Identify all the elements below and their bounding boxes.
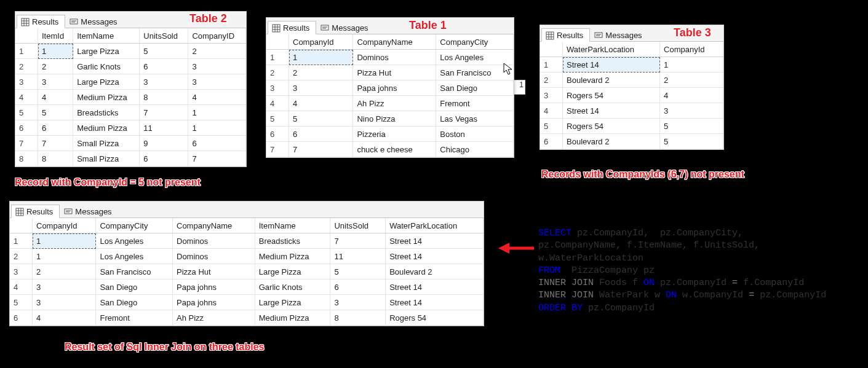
column-header[interactable]: CompanyName	[353, 34, 436, 50]
column-header[interactable]	[10, 218, 33, 233]
cell[interactable]: 6	[140, 59, 188, 74]
cell[interactable]: 1	[540, 57, 563, 72]
cell[interactable]: 6	[540, 134, 563, 149]
table3-grid[interactable]: WaterParkLocationCompanyId 1Street 1412B…	[540, 42, 723, 149]
column-header[interactable]: CompanyId	[660, 42, 723, 57]
cell[interactable]: 7	[266, 142, 289, 157]
column-header[interactable]: CompanyCity	[436, 34, 514, 50]
tab-messages[interactable]: Messages	[316, 21, 375, 34]
table-row[interactable]: 43San DiegoPapa johnsGarlic Knots6Street…	[10, 280, 484, 295]
table-row[interactable]: 5Rogers 545	[540, 119, 723, 134]
cell[interactable]: Street 14	[386, 295, 484, 310]
cell[interactable]: Fremont	[436, 96, 514, 111]
cell[interactable]: 8	[15, 151, 38, 166]
cell[interactable]: 1	[10, 233, 33, 249]
cell[interactable]: 2	[33, 264, 96, 280]
table-row[interactable]: 55Breadsticks71	[15, 105, 246, 120]
cell[interactable]: 7	[15, 136, 38, 151]
cell[interactable]: Papa johns	[353, 80, 436, 96]
cell[interactable]: 7	[140, 105, 188, 120]
table-row[interactable]: 88Small Pizza67	[15, 151, 246, 166]
cell[interactable]: 2	[10, 249, 33, 264]
tab-results[interactable]: Results	[541, 28, 590, 42]
cell[interactable]: 4	[15, 90, 38, 105]
cell[interactable]: Street 14	[563, 103, 660, 119]
cell[interactable]: 2	[660, 72, 723, 88]
table-row[interactable]: 33Large Pizza33	[15, 74, 246, 90]
cell[interactable]: 4	[540, 103, 563, 119]
cell[interactable]: Pizzeria	[353, 127, 436, 142]
table-row[interactable]: 53San DiegoPapa johnsLarge Pizza3Street …	[10, 295, 484, 310]
cell[interactable]: 5	[38, 105, 73, 120]
table-row[interactable]: 11Large Pizza52	[15, 44, 246, 59]
cell[interactable]: 6	[15, 120, 38, 136]
table-row[interactable]: 11Los AngelesDominosBreadsticks7Street 1…	[10, 233, 484, 249]
cell[interactable]: Street 14	[386, 249, 484, 264]
table-row[interactable]: 33Papa johnsSan Diego	[266, 80, 514, 96]
cell[interactable]: 8	[140, 90, 188, 105]
cell[interactable]: Los Angeles	[436, 50, 514, 65]
cell[interactable]: 5	[289, 111, 353, 127]
cell[interactable]: 6	[10, 310, 33, 326]
cell[interactable]: San Francisco	[436, 65, 514, 80]
table-row[interactable]: 22Garlic Knots63	[15, 59, 246, 74]
cell[interactable]: 5	[266, 111, 289, 127]
cell[interactable]: 4	[289, 96, 353, 111]
cell[interactable]: 6	[289, 127, 353, 142]
table-row[interactable]: 11DominosLos Angeles	[266, 50, 514, 65]
cell[interactable]: Garlic Knots	[255, 280, 330, 295]
table-row[interactable]: 77Small Pizza96	[15, 136, 246, 151]
table-row[interactable]: 66PizzeriaBoston	[266, 127, 514, 142]
cell[interactable]: 1	[188, 105, 246, 120]
table1-grid[interactable]: CompanyIdCompanyNameCompanyCity 11Domino…	[266, 34, 514, 157]
table-row[interactable]: 4Street 143	[540, 103, 723, 119]
tab-results[interactable]: Results	[268, 21, 316, 34]
cell[interactable]: 9	[140, 136, 188, 151]
cell[interactable]: Boston	[436, 127, 514, 142]
cell[interactable]: 1	[289, 50, 353, 65]
column-header[interactable]: UnitsSold	[330, 218, 386, 233]
cell[interactable]: Boulevard 2	[386, 264, 484, 280]
cell[interactable]: chuck e cheese	[353, 142, 436, 157]
table-row[interactable]: 64FremontAh PizzMedium Pizza8Rogers 54	[10, 310, 484, 326]
table-row[interactable]: 1Street 141	[540, 57, 723, 72]
cell[interactable]: 1	[33, 233, 96, 249]
cell[interactable]: 1	[188, 120, 246, 136]
cell[interactable]: 4	[33, 310, 96, 326]
cell[interactable]: 3	[188, 74, 246, 90]
cell[interactable]: Ah Pizz	[173, 310, 255, 326]
cell[interactable]: 7	[330, 233, 386, 249]
column-header[interactable]: CompanyId	[33, 218, 96, 233]
cell[interactable]: 5	[540, 119, 563, 134]
cell[interactable]: Medium Pizza	[73, 90, 140, 105]
tab-results[interactable]: Results	[17, 15, 65, 28]
cell[interactable]: 7	[289, 142, 353, 157]
cell[interactable]: 2	[266, 65, 289, 80]
cell[interactable]: 7	[38, 136, 73, 151]
cell[interactable]: Large Pizza	[255, 264, 330, 280]
column-header[interactable]	[266, 34, 289, 50]
cell[interactable]: Ah Pizz	[353, 96, 436, 111]
cell[interactable]: Papa johns	[173, 280, 255, 295]
cell[interactable]: Medium Pizza	[255, 310, 330, 326]
cell[interactable]: San Diego	[436, 80, 514, 96]
cell[interactable]: Large Pizza	[255, 295, 330, 310]
cell[interactable]: Dominos	[173, 233, 255, 249]
table-row[interactable]: 2Boulevard 22	[540, 72, 723, 88]
cell[interactable]: Street 14	[386, 233, 484, 249]
cell[interactable]: 6	[330, 280, 386, 295]
cell[interactable]: Street 14	[386, 280, 484, 295]
cell[interactable]: 6	[140, 151, 188, 166]
column-header[interactable]	[15, 28, 38, 44]
cell[interactable]: 2	[15, 59, 38, 74]
column-header[interactable]: WaterParkLocation	[386, 218, 484, 233]
table-row[interactable]: 3Rogers 544	[540, 88, 723, 103]
cell[interactable]: 2	[188, 44, 246, 59]
cell[interactable]: 3	[289, 80, 353, 96]
cell[interactable]: 4	[38, 90, 73, 105]
cell[interactable]: Medium Pizza	[255, 249, 330, 264]
column-header[interactable]: UnitsSold	[140, 28, 188, 44]
column-header[interactable]: ItemName	[73, 28, 140, 44]
cell[interactable]: 6	[38, 120, 73, 136]
table-row[interactable]: 66Medium Pizza111	[15, 120, 246, 136]
